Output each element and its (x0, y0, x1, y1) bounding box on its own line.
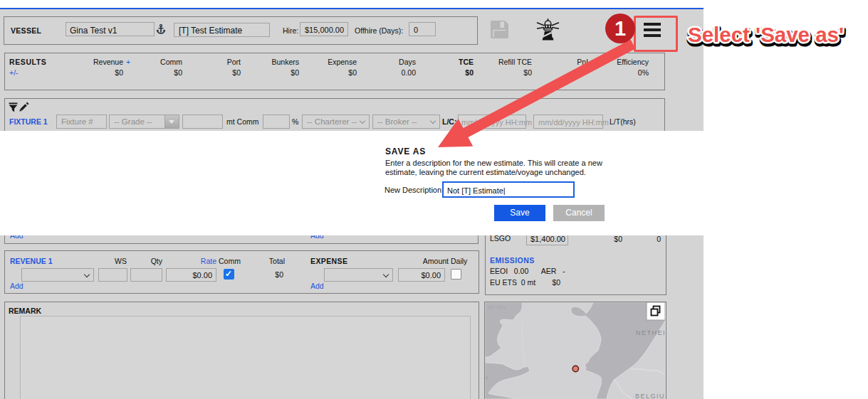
svg-text:BELGIU: BELGIU (635, 393, 665, 399)
svg-text:NETHEI: NETHEI (636, 329, 665, 336)
svg-text:J: J (485, 375, 488, 380)
svg-text:ish Sea: ish Sea (487, 304, 506, 310)
svg-text:Select 'Save as': Select 'Save as' (688, 23, 844, 46)
